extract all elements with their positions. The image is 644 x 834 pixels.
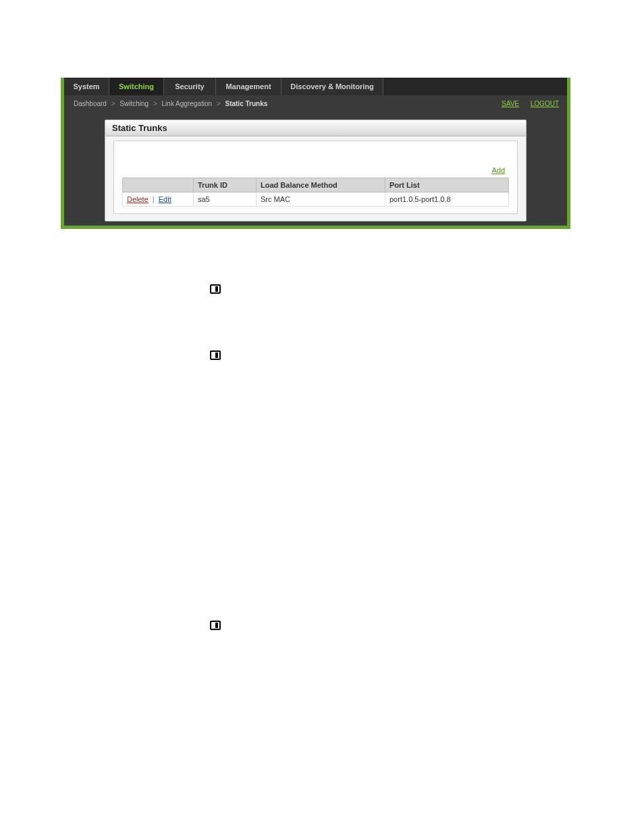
breadcrumb-sep: >: [153, 100, 157, 107]
cell-trunk-id: sa5: [194, 192, 257, 207]
cell-port-list: port1.0.5-port1.0.8: [385, 192, 509, 207]
col-port-list: Port List: [385, 178, 509, 192]
tab-security[interactable]: Security: [164, 78, 216, 95]
breadcrumb-current: Static Trunks: [225, 100, 267, 107]
tab-switching[interactable]: Switching: [109, 78, 164, 95]
breadcrumb-bar: Dashboard > Switching > Link Aggregation…: [64, 95, 567, 111]
delete-link[interactable]: Delete: [127, 195, 149, 203]
row-actions: Delete | Edit: [127, 195, 171, 203]
breadcrumb-sep: >: [217, 100, 221, 107]
action-divider: |: [153, 195, 155, 203]
logout-link[interactable]: LOGOUT: [531, 100, 559, 107]
note-marker-icon: [210, 284, 221, 294]
breadcrumb-linkagg[interactable]: Link Aggregation: [162, 100, 213, 107]
panel-title: Static Trunks: [105, 120, 526, 136]
breadcrumb-switching[interactable]: Switching: [119, 100, 149, 107]
breadcrumb-dashboard[interactable]: Dashboard: [74, 100, 107, 107]
app-window: System Switching Security Management Dis…: [61, 78, 570, 229]
table-row: Delete | Edit sa5 Src MAC port1.0.5-port…: [123, 192, 509, 207]
main-tabs: System Switching Security Management Dis…: [64, 78, 567, 95]
edit-link[interactable]: Edit: [159, 195, 171, 203]
breadcrumb: Dashboard > Switching > Link Aggregation…: [72, 100, 269, 107]
tab-management[interactable]: Management: [216, 78, 281, 95]
col-load-balance: Load Balance Method: [257, 178, 385, 192]
col-actions: [123, 178, 194, 192]
note-marker-icon: [210, 350, 221, 360]
trunks-table: Trunk ID Load Balance Method Port List D…: [122, 178, 509, 207]
static-trunks-panel: Static Trunks Add Trunk ID Load Balance …: [105, 120, 527, 221]
panel-body: Add Trunk ID Load Balance Method Port Li…: [113, 140, 518, 214]
save-link[interactable]: SAVE: [502, 100, 519, 107]
add-link[interactable]: Add: [491, 166, 505, 174]
cell-load-balance: Src MAC: [257, 192, 385, 207]
tab-system[interactable]: System: [64, 78, 109, 95]
note-marker-icon: [210, 621, 221, 630]
tab-discovery[interactable]: Discovery & Monitoring: [281, 78, 383, 95]
breadcrumb-sep: >: [111, 100, 115, 107]
col-trunk-id: Trunk ID: [194, 178, 257, 192]
header-actions: SAVE LOGOUT: [492, 100, 559, 107]
